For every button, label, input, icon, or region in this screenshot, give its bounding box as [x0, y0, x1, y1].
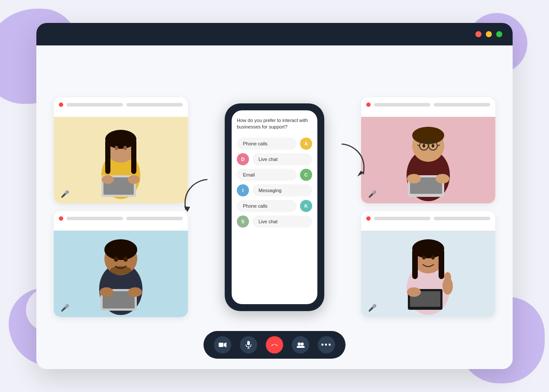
- poll-option-5[interactable]: Phone calls K: [237, 200, 312, 212]
- svg-point-55: [301, 343, 304, 346]
- main-window: 🎤: [36, 23, 513, 369]
- more-options-button[interactable]: •••: [318, 336, 335, 353]
- video-card-3: 🎤: [361, 97, 495, 203]
- svg-rect-40: [412, 249, 418, 279]
- participants-button[interactable]: [292, 336, 309, 353]
- video-card-2: 🎤: [54, 211, 188, 317]
- participant-name-bar-3: [374, 103, 430, 106]
- phone-device: How do you prefer to interact with busin…: [225, 103, 324, 311]
- arrow-right-svg: [337, 135, 372, 187]
- svg-point-5: [115, 146, 118, 150]
- poll-option-avatar-2: D: [237, 153, 249, 165]
- poll-option-avatar-5: K: [300, 200, 312, 212]
- svg-point-35: [407, 174, 421, 183]
- phone-screen: How do you prefer to interact with busin…: [232, 110, 317, 304]
- participant-name-bar-1: [67, 103, 123, 106]
- video-card-4-header: [366, 216, 490, 221]
- recording-dot-2: [59, 216, 63, 221]
- svg-rect-51: [247, 341, 250, 345]
- poll-option-label-2: Live chat: [252, 153, 312, 165]
- video-card-2-header: [59, 216, 183, 221]
- end-call-button[interactable]: [266, 336, 283, 353]
- poll-option-3[interactable]: Email C: [237, 169, 312, 181]
- svg-point-32: [432, 144, 434, 148]
- participant-name-bar-1b: [126, 103, 183, 106]
- poll-option-label-3: Email: [237, 169, 297, 181]
- svg-point-16: [123, 257, 128, 262]
- svg-rect-4: [131, 139, 136, 174]
- poll-option-avatar-4: I: [237, 184, 249, 196]
- poll-option-1[interactable]: Phone calls A: [237, 138, 312, 150]
- recording-dot-1: [59, 103, 63, 107]
- poll-question: How do you prefer to interact with busin…: [237, 117, 312, 131]
- svg-point-14: [110, 266, 132, 275]
- mic-icon-1: 🎤: [61, 190, 69, 198]
- participant-name-bar-4b: [434, 217, 490, 220]
- svg-point-20: [128, 287, 142, 297]
- mic-icon-3: 🎤: [368, 190, 377, 198]
- video-card-1: 🎤: [54, 97, 188, 203]
- maximize-button[interactable]: [496, 31, 502, 37]
- mic-icon-2: 🎤: [61, 304, 69, 312]
- svg-point-15: [114, 257, 118, 262]
- close-button[interactable]: [475, 31, 481, 37]
- svg-rect-3: [105, 139, 110, 174]
- window-controls: [475, 31, 502, 37]
- svg-point-36: [436, 174, 449, 183]
- video-toggle-button[interactable]: [214, 336, 231, 353]
- svg-point-6: [123, 146, 127, 150]
- video-card-1-header: [59, 103, 183, 107]
- svg-marker-50: [224, 342, 226, 347]
- minimize-button[interactable]: [486, 31, 492, 37]
- mic-icon-4: 🎤: [368, 304, 377, 312]
- svg-point-42: [422, 255, 426, 260]
- participant-name-bar-3b: [434, 103, 490, 106]
- mic-toggle-button[interactable]: [240, 336, 257, 353]
- participant-name-bar-2: [67, 217, 123, 220]
- recording-dot-3: [366, 103, 371, 107]
- poll-option-label-4: Messaging: [252, 184, 312, 196]
- svg-rect-49: [219, 343, 223, 347]
- svg-point-10: [128, 175, 140, 184]
- poll-option-label-1: Phone calls: [237, 138, 297, 150]
- poll-option-6[interactable]: S Live chat: [237, 215, 312, 228]
- poll-option-avatar-6: S: [237, 215, 249, 228]
- svg-point-31: [423, 144, 425, 148]
- svg-point-47: [444, 272, 451, 283]
- svg-point-19: [100, 287, 113, 297]
- poll-option-4[interactable]: I Messaging: [237, 184, 312, 196]
- svg-point-43: [431, 255, 435, 260]
- arrow-left-svg: [177, 171, 212, 223]
- bottom-controls-bar: •••: [203, 331, 346, 359]
- recording-dot-4: [366, 216, 371, 221]
- svg-point-54: [298, 343, 301, 346]
- titlebar: [36, 23, 513, 45]
- svg-point-13: [104, 239, 137, 260]
- svg-point-48: [407, 287, 421, 297]
- svg-point-25: [412, 127, 444, 144]
- poll-option-avatar-1: A: [300, 138, 312, 150]
- content-area: 🎤: [36, 45, 513, 369]
- video-card-3-header: [366, 103, 490, 107]
- svg-rect-41: [439, 249, 444, 279]
- poll-option-avatar-3: C: [300, 169, 312, 181]
- svg-marker-21: [184, 206, 190, 212]
- poll-option-label-6: Live chat: [252, 215, 312, 228]
- participant-name-bar-4: [374, 217, 430, 220]
- poll-option-2[interactable]: D Live chat: [237, 153, 312, 165]
- participant-name-bar-2b: [126, 217, 183, 220]
- svg-point-9: [102, 175, 114, 184]
- poll-option-label-5: Phone calls: [237, 200, 297, 212]
- video-card-4: 🎤: [361, 211, 495, 317]
